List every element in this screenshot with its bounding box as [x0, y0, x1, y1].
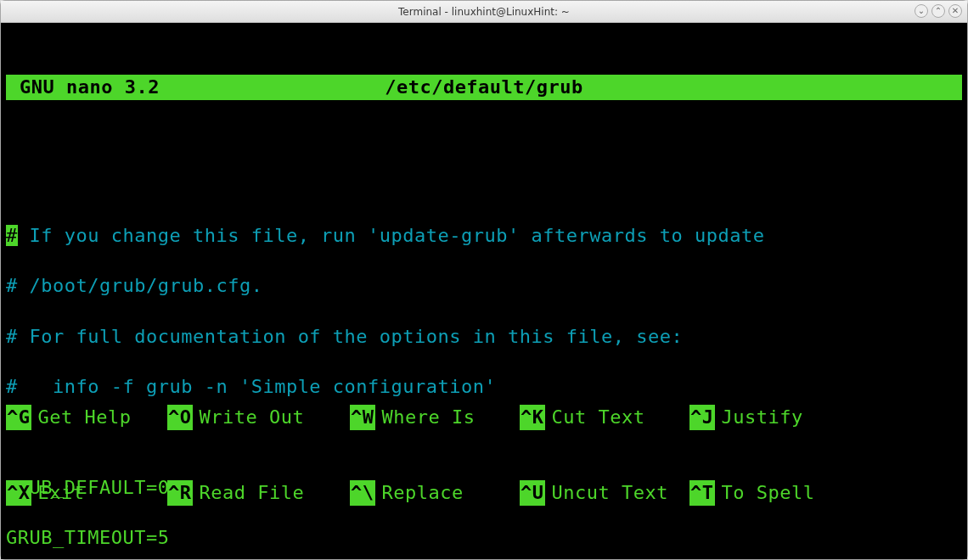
- shortcut-label: Cut Text: [545, 405, 645, 430]
- minimize-icon: ⌄: [918, 7, 925, 15]
- shortcut-key: ^U: [520, 480, 545, 506]
- shortcut-get-help[interactable]: ^GGet Help: [6, 405, 167, 430]
- shortcut-key: ^G: [6, 405, 31, 430]
- shortcut-uncut-text[interactable]: ^UUncut Text: [520, 480, 689, 506]
- shortcut-label: Exit: [31, 480, 85, 506]
- shortcut-to-spell[interactable]: ^TTo Spell: [689, 480, 859, 506]
- window-titlebar[interactable]: Terminal - linuxhint@LinuxHint: ~ ⌄ ⌃ ✕: [1, 1, 967, 23]
- shortcut-label: Where Is: [375, 405, 476, 430]
- close-icon: ✕: [952, 7, 959, 15]
- shortcut-row: ^XExit ^RRead File ^\Replace ^UUncut Tex…: [6, 480, 962, 506]
- window-title: Terminal - linuxhint@LinuxHint: ~: [398, 6, 570, 18]
- cursor: #: [6, 225, 18, 246]
- editor-line[interactable]: # If you change this file, run 'update-g…: [6, 223, 962, 249]
- shortcut-key: ^O: [167, 405, 193, 430]
- shortcut-key: ^\: [350, 480, 375, 506]
- maximize-button[interactable]: ⌃: [931, 4, 945, 18]
- shortcut-label: Justify: [715, 405, 803, 430]
- terminal-viewport[interactable]: GNU nano 3.2 /etc/default/grub # If you …: [1, 23, 967, 559]
- nano-header-bar: GNU nano 3.2 /etc/default/grub: [6, 75, 962, 100]
- comment-text: If you change this file, run 'update-gru…: [18, 225, 765, 246]
- shortcut-justify[interactable]: ^JJustify: [689, 405, 859, 430]
- shortcut-key: ^R: [167, 480, 193, 506]
- shortcut-read-file[interactable]: ^RRead File: [167, 480, 350, 506]
- shortcut-key: ^K: [520, 405, 545, 430]
- shortcut-row: ^GGet Help ^OWrite Out ^WWhere Is ^KCut …: [6, 405, 962, 430]
- close-button[interactable]: ✕: [948, 4, 962, 18]
- shortcut-label: To Spell: [715, 480, 815, 506]
- terminal-window: Terminal - linuxhint@LinuxHint: ~ ⌄ ⌃ ✕ …: [0, 0, 968, 560]
- shortcut-where-is[interactable]: ^WWhere Is: [350, 405, 520, 430]
- shortcut-label: Replace: [375, 480, 464, 506]
- window-controls: ⌄ ⌃ ✕: [915, 4, 962, 18]
- shortcut-key: ^T: [689, 480, 715, 506]
- shortcut-exit[interactable]: ^XExit: [6, 480, 167, 506]
- shortcut-cut-text[interactable]: ^KCut Text: [520, 405, 689, 430]
- shortcut-label: Write Out: [193, 405, 305, 430]
- nano-shortcut-bar: ^GGet Help ^OWrite Out ^WWhere Is ^KCut …: [6, 355, 962, 557]
- nano-filename: /etc/default/grub: [1, 75, 967, 100]
- shortcut-label: Get Help: [31, 405, 132, 430]
- maximize-icon: ⌃: [935, 7, 942, 15]
- shortcut-label: Read File: [193, 480, 305, 506]
- editor-line[interactable]: # /boot/grub/grub.cfg.: [6, 273, 962, 299]
- minimize-button[interactable]: ⌄: [915, 4, 928, 18]
- shortcut-write-out[interactable]: ^OWrite Out: [167, 405, 350, 430]
- shortcut-key: ^W: [350, 405, 375, 430]
- shortcut-key: ^X: [6, 480, 31, 506]
- editor-line[interactable]: # For full documentation of the options …: [6, 324, 962, 350]
- shortcut-key: ^J: [689, 405, 715, 430]
- shortcut-label: Uncut Text: [545, 480, 668, 506]
- shortcut-replace[interactable]: ^\Replace: [350, 480, 520, 506]
